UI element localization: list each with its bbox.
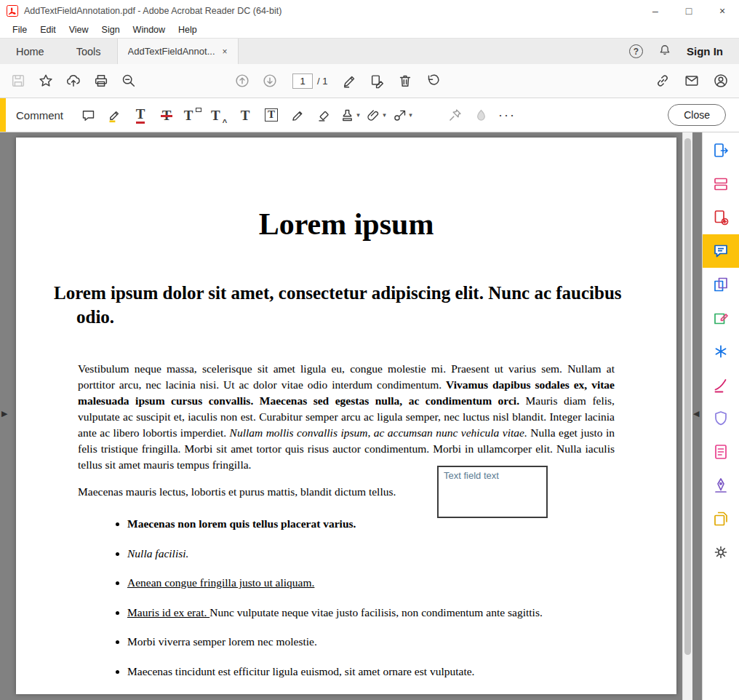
delete-icon[interactable]: [393, 68, 418, 93]
attach-file-icon[interactable]: ▾: [363, 103, 389, 127]
convert-tool-icon[interactable]: [703, 335, 739, 368]
attach-dropdown-icon[interactable]: ▾: [383, 111, 386, 119]
tab-close-icon[interactable]: ×: [223, 47, 228, 57]
protect-tool-icon[interactable]: [703, 402, 739, 435]
page-count-label: / 1: [317, 76, 327, 87]
tab-document-label: AddTextFieldAnnot...: [128, 46, 215, 57]
menu-file[interactable]: File: [6, 23, 33, 36]
comment-tools: T T T T ^ T T: [75, 103, 520, 127]
combine-files-tool-icon[interactable]: [703, 268, 739, 301]
right-pane-toggle[interactable]: ◀: [693, 409, 699, 418]
replace-text-glyph: T: [184, 108, 193, 122]
text-field-annotation[interactable]: Text field text: [437, 466, 548, 518]
tab-tools[interactable]: Tools: [60, 39, 117, 64]
vertical-scrollbar[interactable]: [682, 132, 692, 700]
insert-text-icon[interactable]: T ^: [206, 103, 232, 127]
keep-tool-selected-pin-icon[interactable]: [442, 103, 468, 127]
menu-sign[interactable]: Sign: [95, 23, 127, 36]
save-icon[interactable]: [6, 68, 31, 93]
menu-view[interactable]: View: [63, 23, 95, 36]
drawing-tools-icon[interactable]: ▾: [389, 103, 415, 127]
add-sticky-note-icon[interactable]: [75, 103, 101, 127]
page-number-input[interactable]: [292, 73, 313, 89]
acrobat-reader-window: AddTextFieldAnnotation.pdf - Adobe Acrob…: [0, 0, 739, 700]
erase-icon[interactable]: [311, 103, 337, 127]
drawing-dropdown-icon[interactable]: ▾: [409, 111, 412, 119]
strikethrough-text-icon[interactable]: T: [153, 103, 180, 127]
tab-home[interactable]: Home: [0, 39, 60, 64]
document-paragraph-1: Vestibulum neque massa, scelerisque sit …: [78, 361, 615, 473]
underline-text-icon[interactable]: T: [127, 103, 153, 127]
rotate-icon[interactable]: [420, 68, 445, 93]
adobe-pdf-icon: [7, 5, 18, 17]
menu-help[interactable]: Help: [172, 23, 204, 36]
bullet-item-2: Nulla facilisi.: [127, 546, 647, 562]
tab-document[interactable]: AddTextFieldAnnot... ×: [117, 39, 239, 64]
help-icon[interactable]: ?: [629, 44, 643, 58]
bullet-item-3-text: Aenean congue fringilla justo ut aliquam…: [127, 576, 314, 589]
notifications-icon[interactable]: [658, 43, 672, 60]
insert-text-glyph: T: [211, 108, 220, 122]
bullet-item-3: Aenean congue fringilla justo ut aliquam…: [127, 575, 647, 591]
text-field-value: Text field text: [444, 470, 499, 481]
email-icon[interactable]: [679, 68, 704, 93]
underline-text-glyph: T: [136, 107, 145, 124]
menu-window[interactable]: Window: [127, 23, 172, 36]
add-text-box-icon[interactable]: T: [258, 103, 284, 127]
fill-sign-icon[interactable]: [365, 68, 390, 93]
page-navigation: / 1: [292, 73, 327, 89]
titlebar: AddTextFieldAnnotation.pdf - Adobe Acrob…: [0, 0, 739, 22]
tab-bar: Home Tools AddTextFieldAnnot... × ? Sign…: [0, 38, 739, 64]
add-stamp-icon[interactable]: ▾: [337, 103, 363, 127]
window-title: AddTextFieldAnnotation.pdf - Adobe Acrob…: [24, 6, 281, 16]
print-icon[interactable]: [89, 68, 113, 93]
close-comment-button[interactable]: Close: [668, 104, 726, 126]
menubar: File Edit View Sign Window Help: [0, 22, 739, 38]
sign-pen-icon[interactable]: [337, 68, 362, 93]
document-viewport[interactable]: Lorem ipsum Lorem ipsum dolor sit amet, …: [0, 132, 682, 700]
favorites-star-icon[interactable]: [33, 68, 58, 93]
tab-home-label: Home: [16, 46, 44, 57]
bullet-item-4: Mauris id ex erat. Nunc vulputate neque …: [127, 605, 647, 621]
close-window-button[interactable]: ×: [706, 0, 739, 22]
zoom-out-icon[interactable]: [116, 68, 141, 93]
window-controls: – □ ×: [639, 0, 739, 22]
comment-toolbar: Comment T T T T ^ T: [0, 98, 739, 132]
export-pdf-tool-icon[interactable]: [703, 134, 739, 167]
profile-icon[interactable]: [708, 68, 733, 93]
next-page-icon[interactable]: [257, 68, 282, 93]
previous-page-icon[interactable]: [230, 68, 255, 93]
certificates-tool-icon[interactable]: [703, 469, 739, 502]
create-pdf-tool-icon[interactable]: [703, 201, 739, 234]
menu-edit[interactable]: Edit: [33, 23, 63, 36]
add-text-comment-icon[interactable]: T: [232, 103, 258, 127]
insert-text-caret: ^: [223, 118, 227, 127]
bullet-item-4-underlined: Mauris id ex erat.: [127, 606, 209, 619]
main-toolbar: / 1: [0, 64, 739, 98]
compress-tool-icon[interactable]: [703, 435, 739, 469]
color-picker-icon[interactable]: [468, 103, 494, 127]
stamps-tool-icon[interactable]: [703, 502, 739, 536]
scrollbar-thumb[interactable]: [684, 138, 691, 655]
maximize-button[interactable]: □: [672, 0, 706, 22]
tab-tools-label: Tools: [76, 46, 101, 57]
document-heading: Lorem ipsum dolor sit amet, consectetur …: [54, 281, 634, 329]
edit-pdf-tool-icon[interactable]: [703, 301, 739, 335]
more-options-icon[interactable]: ···: [494, 103, 520, 127]
bullet-item-1: Maecenas non lorem quis tellus placerat …: [127, 516, 647, 532]
minimize-button[interactable]: –: [639, 0, 672, 22]
organize-pages-tool-icon[interactable]: [703, 167, 739, 201]
link-icon[interactable]: [650, 68, 675, 93]
sign-in-button[interactable]: Sign In: [687, 45, 723, 57]
replace-text-note-icon[interactable]: T: [180, 103, 206, 127]
left-pane-toggle[interactable]: ▶: [1, 409, 7, 418]
share-cloud-icon[interactable]: [61, 68, 86, 93]
highlight-text-icon[interactable]: [101, 103, 127, 127]
draw-free-form-icon[interactable]: [284, 103, 311, 127]
bullet-item-6: Maecenas tincidunt est efficitur ligula …: [127, 664, 647, 680]
more-tools-icon[interactable]: [703, 536, 739, 569]
fill-sign-tool-icon[interactable]: [703, 368, 739, 402]
stamp-dropdown-icon[interactable]: ▾: [356, 111, 360, 119]
document-bullet-list: Maecenas non lorem quis tellus placerat …: [16, 516, 647, 680]
comment-tool-icon[interactable]: [703, 234, 739, 268]
